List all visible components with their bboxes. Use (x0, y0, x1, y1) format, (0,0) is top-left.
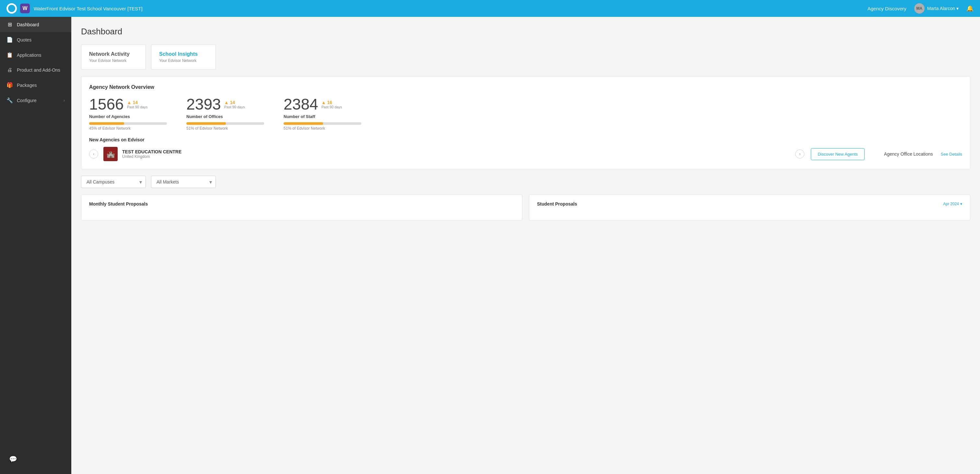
staff-count: 2384 (283, 97, 318, 112)
tab-school-insights[interactable]: School Insights Your Edvisor Network (151, 45, 216, 70)
agency-overview-card: Agency Network Overview 1566 ▲ 14 Past 9… (81, 76, 970, 169)
sidebar-item-product-addons[interactable]: 🖨 Product and Add-Ons (0, 62, 71, 78)
tab-network-title: Network Activity (89, 51, 138, 57)
new-agencies-title: New Agencies on Edvisor (89, 137, 962, 142)
dashboard-icon: ⊞ (6, 21, 13, 27)
sidebar-label-quotes: Quotes (17, 37, 32, 43)
agencies-label: Number of Agencies (89, 114, 167, 119)
filters-row: All Campuses All Markets (81, 176, 970, 188)
agency-details: TEST EDUCATION CENTRE United Kingdom (122, 149, 181, 159)
agency-offices-section: Agency Office Locations See Details (884, 152, 962, 156)
student-proposals-title: Student Proposals (537, 201, 577, 206)
agencies-count: 1566 (89, 97, 124, 112)
staff-progress-fill (283, 122, 323, 125)
page-title: Dashboard (81, 27, 970, 37)
agency-discovery-link[interactable]: Agency Discovery (867, 6, 907, 11)
main-content: Dashboard Network Activity Your Edvisor … (71, 17, 980, 474)
topnav: W WaterFront Edvisor Test School Vancouv… (0, 0, 980, 17)
sidebar-label-configure: Configure (17, 98, 37, 103)
agency-country: United Kingdom (122, 154, 181, 159)
stat-agencies: 1566 ▲ 14 Past 90 days Number of Agencie… (89, 97, 167, 131)
agency-carousel: ‹ 🏰 TEST EDUCATION CENTRE United Kingdom… (89, 147, 804, 161)
see-details-link[interactable]: See Details (941, 152, 962, 156)
campus-filter-wrapper: All Campuses (81, 176, 146, 188)
bottom-cards-row: Monthly Student Proposals Student Propos… (81, 195, 970, 220)
carousel-next[interactable]: › (795, 150, 804, 158)
discover-agents-button[interactable]: Discover New Agents (811, 148, 865, 160)
student-proposals-meta[interactable]: Apr 2024 ▾ (943, 202, 962, 206)
new-agencies-row: ‹ 🏰 TEST EDUCATION CENTRE United Kingdom… (89, 147, 962, 161)
school-name: WaterFront Edvisor Test School Vancouver… (34, 6, 867, 11)
carousel-prev[interactable]: ‹ (89, 150, 98, 158)
staff-progress-bg (283, 122, 361, 125)
stat-staff-number-row: 2384 ▲ 16 Past 90 days (283, 97, 361, 112)
stat-offices-number-row: 2393 ▲ 14 Past 90 days (186, 97, 264, 112)
chevron-right-icon: › (64, 98, 65, 103)
offices-progress-fill (186, 122, 226, 125)
quotes-icon: 📄 (6, 37, 13, 43)
offices-count: 2393 (186, 97, 221, 112)
staff-label: Number of Staff (283, 114, 361, 119)
monthly-proposals-title: Monthly Student Proposals (89, 201, 148, 206)
agencies-pct: 45% of Edvisor Network (89, 126, 167, 131)
offices-pct: 51% of Edvisor Network (186, 126, 264, 131)
agencies-progress-bg (89, 122, 167, 125)
student-proposals-card: Student Proposals Apr 2024 ▾ (529, 195, 970, 220)
monthly-proposals-card: Monthly Student Proposals (81, 195, 522, 220)
chevron-down-icon: ▾ (960, 202, 962, 206)
sidebar-label-packages: Packages (17, 83, 37, 88)
sidebar-item-configure[interactable]: 🔧 Configure › (0, 93, 71, 108)
staff-pct: 51% of Edvisor Network (283, 126, 361, 131)
agency-offices-label: Agency Office Locations (884, 152, 933, 156)
campus-filter[interactable]: All Campuses (81, 176, 146, 188)
sidebar-label-product: Product and Add-Ons (17, 67, 60, 73)
market-filter-wrapper: All Markets (151, 176, 216, 188)
stat-agencies-number-row: 1566 ▲ 14 Past 90 days (89, 97, 167, 112)
offices-progress-bg (186, 122, 264, 125)
sidebar: ⊞ Dashboard 📄 Quotes 📋 Applications 🖨 Pr… (0, 17, 71, 474)
app-logo (6, 3, 17, 14)
sidebar-item-quotes[interactable]: 📄 Quotes (0, 32, 71, 47)
username-label: Marta Alarcon ▾ (927, 6, 959, 11)
user-avatar: MA (914, 3, 924, 14)
offices-change-val: ▲ 14 (224, 100, 235, 105)
chat-button[interactable]: 💬 (6, 452, 20, 466)
staff-change-val: ▲ 16 (321, 100, 332, 105)
tab-network-activity[interactable]: Network Activity Your Edvisor Network (81, 45, 146, 70)
chat-icon: 💬 (9, 455, 17, 463)
agency-name: TEST EDUCATION CENTRE (122, 149, 181, 154)
offices-change: ▲ 14 Past 90 days (224, 100, 245, 109)
stat-staff: 2384 ▲ 16 Past 90 days Number of Staff 5… (283, 97, 361, 131)
dashboard-tabs: Network Activity Your Edvisor Network Sc… (81, 45, 970, 70)
sidebar-label-dashboard: Dashboard (17, 22, 39, 27)
overview-title: Agency Network Overview (89, 84, 962, 90)
stat-offices: 2393 ▲ 14 Past 90 days Number of Offices… (186, 97, 264, 131)
agencies-progress-fill (89, 122, 124, 125)
staff-change-period: Past 90 days (321, 105, 342, 109)
topnav-right: Agency Discovery MA Marta Alarcon ▾ 🔔 (867, 3, 974, 14)
configure-icon: 🔧 (6, 97, 13, 104)
sidebar-item-applications[interactable]: 📋 Applications (0, 47, 71, 62)
market-filter[interactable]: All Markets (151, 176, 216, 188)
monthly-proposals-header: Monthly Student Proposals (89, 201, 514, 206)
sidebar-item-packages[interactable]: 🎁 Packages (0, 78, 71, 93)
packages-icon: 🎁 (6, 82, 13, 88)
staff-change: ▲ 16 Past 90 days (321, 100, 342, 109)
sidebar-label-applications: Applications (17, 53, 41, 58)
student-proposals-header: Student Proposals Apr 2024 ▾ (537, 201, 962, 206)
agency-info: 🏰 TEST EDUCATION CENTRE United Kingdom (103, 147, 790, 161)
stats-row: 1566 ▲ 14 Past 90 days Number of Agencie… (89, 97, 962, 131)
notifications-bell[interactable]: 🔔 (966, 5, 974, 12)
user-menu[interactable]: MA Marta Alarcon ▾ (914, 3, 959, 14)
agencies-change: ▲ 14 Past 90 days (127, 100, 148, 109)
applications-icon: 📋 (6, 52, 13, 58)
offices-label: Number of Offices (186, 114, 264, 119)
sidebar-item-dashboard[interactable]: ⊞ Dashboard (0, 17, 71, 32)
agencies-change-val: ▲ 14 (127, 100, 138, 105)
offices-change-period: Past 90 days (224, 105, 245, 109)
w-logo: W (20, 3, 30, 13)
agency-logo-icon: 🏰 (106, 150, 115, 158)
tab-network-subtitle: Your Edvisor Network (89, 58, 138, 63)
agency-logo: 🏰 (103, 147, 118, 161)
product-icon: 🖨 (6, 67, 13, 73)
